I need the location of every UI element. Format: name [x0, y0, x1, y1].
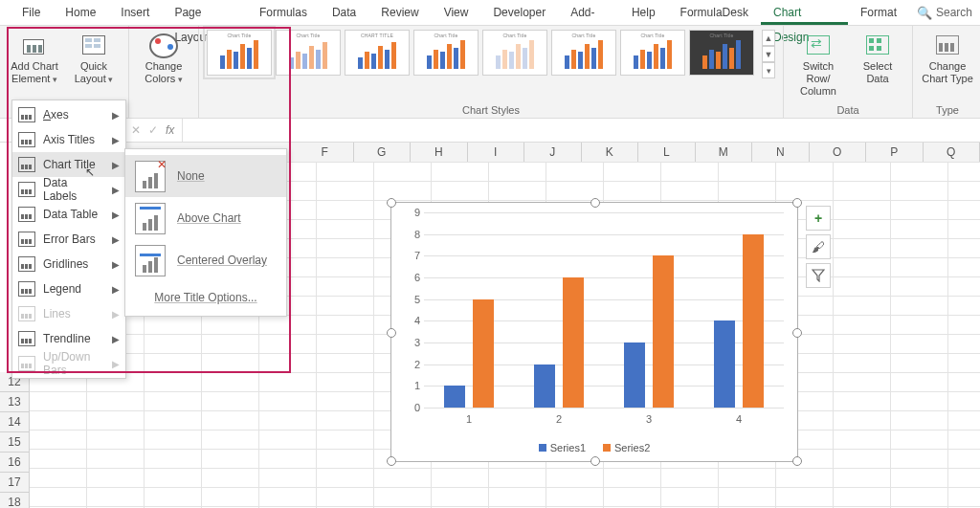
- formula-cancel-icon[interactable]: ✕: [131, 123, 141, 137]
- row-header[interactable]: 14: [0, 412, 29, 432]
- chart-title-above[interactable]: Above Chart: [125, 197, 286, 239]
- col-header[interactable]: H: [411, 143, 468, 162]
- chart-elements-button[interactable]: +: [806, 206, 831, 231]
- chart-filters-button[interactable]: [806, 263, 831, 288]
- resize-handle[interactable]: [792, 198, 802, 208]
- formula-bar: ✕ ✓ fx: [0, 119, 980, 143]
- chart-style-1[interactable]: [207, 30, 272, 76]
- col-header[interactable]: F: [297, 143, 354, 162]
- col-header[interactable]: M: [696, 143, 753, 162]
- menu-data-labels[interactable]: Data Labels ▶: [12, 177, 125, 202]
- chart-style-8[interactable]: [689, 30, 754, 76]
- resize-handle[interactable]: [792, 328, 802, 338]
- menu-legend[interactable]: Legend ▶: [12, 276, 125, 301]
- change-chart-type-button[interactable]: Change Chart Type: [921, 30, 974, 87]
- gallery-up-icon[interactable]: ▲: [762, 30, 775, 46]
- tab-format[interactable]: Format: [848, 0, 909, 25]
- formula-input[interactable]: [183, 119, 980, 142]
- chart-plot-area[interactable]: 01234567891234: [424, 212, 784, 408]
- bar-series1[interactable]: [714, 320, 735, 408]
- col-header[interactable]: N: [752, 143, 810, 162]
- bar-series1[interactable]: [444, 386, 465, 408]
- row-header[interactable]: 18: [0, 493, 29, 508]
- gridlines-icon: [18, 256, 35, 272]
- bar-series2[interactable]: [653, 255, 674, 408]
- chart-style-4[interactable]: [413, 30, 479, 76]
- row-header[interactable]: 16: [0, 453, 29, 473]
- menu-data-table[interactable]: Data Table ▶: [12, 202, 125, 227]
- col-header[interactable]: G: [354, 143, 412, 162]
- tab-developer[interactable]: Developer: [480, 0, 558, 25]
- chart-style-gallery-more[interactable]: ▲ ▼ ▾: [762, 30, 775, 78]
- row-header[interactable]: 15: [0, 432, 29, 453]
- bar-series2[interactable]: [743, 234, 764, 408]
- menu-chart-title[interactable]: Chart Title ▶ ↖: [12, 152, 125, 177]
- chart-style-6[interactable]: [551, 30, 616, 76]
- chart-title-centered-overlay[interactable]: Centered Overlay: [125, 239, 286, 281]
- add-chart-element-icon: [21, 33, 48, 56]
- tab-formuladesk[interactable]: FormulaDesk: [668, 0, 761, 25]
- quick-layout-icon: [80, 33, 107, 56]
- gallery-expand-icon[interactable]: ▾: [762, 62, 775, 78]
- legend-item-series1[interactable]: Series1: [539, 442, 586, 453]
- chart-styles-button[interactable]: 🖌: [806, 234, 831, 259]
- col-header[interactable]: I: [468, 143, 525, 162]
- change-colors-button[interactable]: Change Colors: [137, 30, 190, 88]
- search-tab[interactable]: 🔍 Search: [909, 0, 980, 25]
- x-axis-tick: 2: [556, 413, 562, 425]
- gallery-down-icon[interactable]: ▼: [762, 46, 775, 62]
- bar-series2[interactable]: [473, 299, 494, 408]
- col-header[interactable]: L: [638, 143, 696, 162]
- tab-addins[interactable]: Add-ins: [558, 0, 619, 25]
- col-header[interactable]: O: [810, 143, 867, 162]
- menu-axis-titles[interactable]: Axis Titles ▶: [12, 127, 125, 152]
- chart-legend[interactable]: Series1 Series2: [391, 442, 797, 453]
- x-axis-tick: 1: [466, 413, 472, 425]
- row-header[interactable]: 13: [0, 392, 29, 412]
- menu-gridlines[interactable]: Gridlines ▶: [12, 252, 125, 276]
- fx-icon[interactable]: fx: [166, 123, 174, 137]
- chart-style-3[interactable]: [345, 30, 410, 76]
- col-header[interactable]: P: [866, 143, 924, 162]
- col-header[interactable]: Q: [924, 143, 981, 162]
- col-header[interactable]: J: [524, 143, 582, 162]
- menu-error-bars[interactable]: Error Bars ▶: [12, 227, 125, 252]
- tab-page-layout[interactable]: Page Layout: [162, 0, 247, 25]
- resize-handle[interactable]: [387, 456, 396, 466]
- resize-handle[interactable]: [590, 456, 600, 466]
- menu-trendline[interactable]: Trendline ▶: [12, 326, 125, 351]
- tab-insert[interactable]: Insert: [108, 0, 162, 25]
- chart-style-7[interactable]: [620, 30, 685, 76]
- tab-home[interactable]: Home: [53, 0, 108, 25]
- tab-data[interactable]: Data: [320, 0, 368, 25]
- formula-confirm-icon[interactable]: ✓: [148, 123, 158, 137]
- resize-handle[interactable]: [792, 456, 802, 466]
- menu-axes[interactable]: Axes ▶: [12, 102, 125, 127]
- chevron-right-icon: ▶: [112, 259, 120, 270]
- bar-series1[interactable]: [534, 364, 555, 408]
- tab-help[interactable]: Help: [619, 0, 668, 25]
- quick-layout-button[interactable]: Quick Layout: [67, 30, 121, 88]
- resize-handle[interactable]: [590, 198, 600, 208]
- resize-handle[interactable]: [387, 198, 396, 208]
- tab-formulas[interactable]: Formulas: [247, 0, 320, 25]
- bar-series1[interactable]: [624, 342, 645, 408]
- tab-view[interactable]: View: [432, 0, 481, 25]
- tab-chart-design[interactable]: Chart Design: [761, 0, 848, 25]
- resize-handle[interactable]: [387, 328, 396, 338]
- bar-series2[interactable]: [563, 277, 584, 408]
- chart-style-2[interactable]: [276, 30, 341, 76]
- tab-file[interactable]: File: [10, 0, 53, 25]
- col-header[interactable]: K: [582, 143, 639, 162]
- select-data-button[interactable]: Select Data: [851, 30, 904, 99]
- add-chart-element-button[interactable]: Add Chart Element: [8, 30, 61, 88]
- tab-review[interactable]: Review: [368, 0, 431, 25]
- chart-style-5[interactable]: [482, 30, 547, 76]
- row-header[interactable]: 17: [0, 473, 29, 493]
- switch-row-column-button[interactable]: Switch Row/ Column: [791, 30, 845, 99]
- more-title-options[interactable]: More Title Options...: [125, 281, 286, 310]
- embedded-chart[interactable]: 01234567891234 Series1 Series2: [390, 202, 798, 462]
- legend-item-series2[interactable]: Series2: [603, 442, 650, 453]
- chart-title-none[interactable]: None: [125, 155, 286, 197]
- chart-style-gallery[interactable]: [207, 30, 754, 76]
